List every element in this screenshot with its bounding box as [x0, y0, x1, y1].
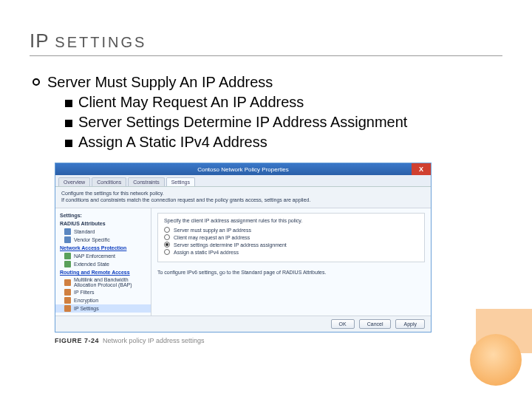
bullet-main: Server Must Supply An IP Address — [47, 72, 407, 92]
dialog-button-bar: OK Cancel Apply — [55, 316, 431, 332]
desc-line: If conditions and constraints match the … — [61, 197, 425, 203]
settings-sidebar: Settings: RADIUS Attributes Standard Ven… — [55, 208, 151, 316]
dialog-tabs: Overview Conditions Constraints Settings — [55, 175, 431, 187]
tab-conditions[interactable]: Conditions — [92, 177, 126, 186]
tab-overview[interactable]: Overview — [58, 177, 90, 186]
sidebar-item-standard[interactable]: Standard — [55, 228, 151, 236]
tab-settings[interactable]: Settings — [166, 177, 195, 186]
sidebar-item-nap-enforcement[interactable]: NAP Enforcement — [55, 252, 151, 260]
radio-server-supply[interactable]: Server must supply an IP address — [164, 226, 418, 233]
bullet-sub: Server Settings Determine IP Address Ass… — [78, 114, 407, 130]
square-icon — [65, 140, 72, 147]
desc-line: Configure the settings for this network … — [61, 190, 425, 197]
pane-note: To configure IPv6 settings, go to the St… — [157, 270, 425, 275]
dialog-description: Configure the settings for this network … — [55, 187, 431, 208]
group-header-rras: Routing and Remote Access — [55, 268, 151, 276]
cancel-button[interactable]: Cancel — [359, 319, 392, 329]
radio-static-ipv4[interactable]: Assign a static IPv4 address — [164, 248, 418, 256]
settings-label: Settings: — [55, 211, 151, 219]
close-button[interactable]: X — [412, 163, 431, 175]
dialog-titlebar: Contoso Network Policy Properties X — [55, 163, 431, 175]
filter-icon — [64, 289, 71, 296]
settings-pane: Specify the client IP address assignment… — [151, 208, 431, 316]
ok-button[interactable]: OK — [331, 319, 355, 329]
group-header: RADIUS Attributes — [55, 219, 151, 228]
network-icon — [64, 305, 71, 312]
radio-icon — [164, 227, 170, 233]
group-header-nap: Network Access Protection — [55, 244, 151, 252]
pane-lead: Specify the client IP address assignment… — [164, 218, 418, 223]
gear-icon — [64, 228, 71, 235]
radio-icon — [164, 249, 170, 255]
radio-icon — [164, 234, 170, 240]
title-small: SETTINGS — [55, 34, 146, 50]
shield-icon — [64, 261, 71, 267]
radio-server-settings[interactable]: Server settings determine IP address ass… — [164, 241, 418, 248]
bullet-sub: Assign A Static IPv4 Address — [78, 134, 267, 150]
bullet-sub: Client May Request An IP Address — [78, 94, 304, 110]
sidebar-item-multilink[interactable]: Multilink and Bandwidth Allocation Proto… — [55, 276, 151, 288]
dialog-screenshot: Contoso Network Policy Properties X Over… — [55, 163, 432, 332]
sidebar-item-vendor[interactable]: Vendor Specific — [55, 236, 151, 244]
link-icon — [64, 279, 71, 286]
caption-text: Network policy IP address settings — [103, 337, 204, 344]
square-icon — [65, 120, 72, 127]
sidebar-item-extended-state[interactable]: Extended State — [55, 260, 151, 268]
apply-button[interactable]: Apply — [395, 319, 425, 329]
bullet-open-icon — [33, 78, 40, 86]
title-big: IP — [30, 30, 49, 52]
page-title: IP SETTINGS — [30, 30, 502, 56]
gear-icon — [64, 236, 71, 243]
accent-circle — [470, 334, 522, 386]
sidebar-item-encryption[interactable]: Encryption — [55, 296, 151, 304]
dialog-title: Contoso Network Policy Properties — [197, 166, 289, 173]
figure-caption: FIGURE 7-24 Network policy IP address se… — [55, 337, 502, 344]
radio-icon — [164, 242, 170, 248]
sidebar-item-ipsettings[interactable]: IP Settings — [55, 304, 151, 313]
tab-constraints[interactable]: Constraints — [128, 177, 164, 186]
lock-icon — [64, 297, 71, 304]
radio-client-request[interactable]: Client may request an IP address — [164, 233, 418, 241]
caption-fig: FIGURE 7-24 — [55, 337, 99, 344]
sidebar-item-ipfilters[interactable]: IP Filters — [55, 288, 151, 296]
shield-icon — [64, 253, 71, 259]
square-icon — [65, 100, 72, 107]
bullet-content: Server Must Supply An IP Address Client … — [30, 72, 502, 152]
